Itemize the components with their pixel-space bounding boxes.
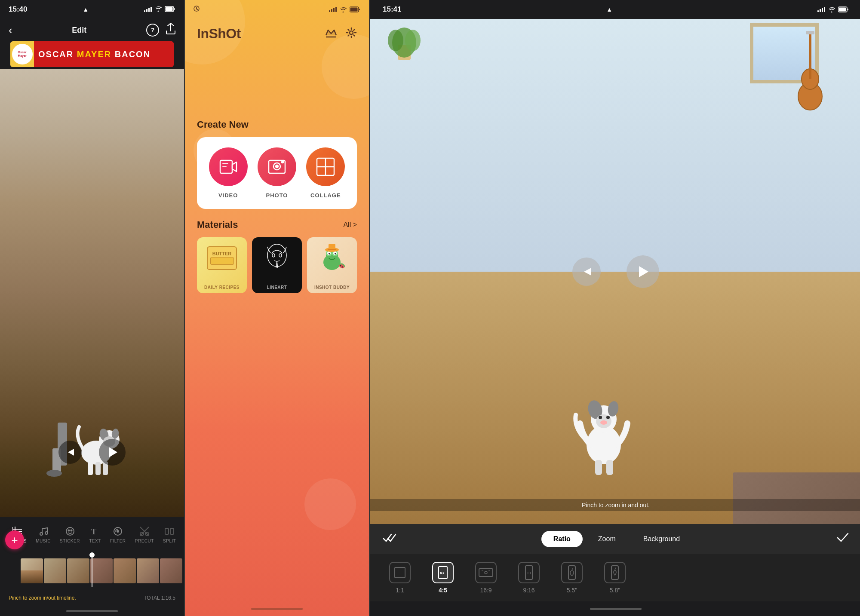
video-preview-1 xyxy=(0,69,184,517)
back-button[interactable]: ‹ xyxy=(9,24,12,37)
svg-point-45 xyxy=(272,254,275,257)
ratio-icon-16-9 xyxy=(475,562,497,583)
header-icons xyxy=(325,27,357,41)
signal-bars-1 xyxy=(144,7,152,12)
signal-bar-2 xyxy=(146,9,147,12)
home-indicator-3 xyxy=(370,601,860,616)
sb-1 xyxy=(817,10,819,12)
signal-bar-1 xyxy=(144,10,145,12)
ratio-icon-9-16: TT xyxy=(518,562,540,583)
split-icon xyxy=(164,526,175,537)
zoom-tab[interactable]: Zoom xyxy=(586,531,628,547)
ratio-1-1-svg xyxy=(392,565,408,580)
buddy-svg xyxy=(317,243,347,273)
ratio-option-16-9[interactable]: 16:9 xyxy=(469,562,503,594)
double-check-svg xyxy=(383,533,396,543)
svg-rect-61 xyxy=(839,8,846,12)
svg-rect-80 xyxy=(395,567,405,578)
play-icon-3 xyxy=(636,264,650,279)
svg-point-18 xyxy=(40,533,43,535)
skip-back-button-3[interactable] xyxy=(572,257,601,286)
play-button[interactable] xyxy=(99,439,126,466)
settings-icon[interactable] xyxy=(346,27,357,41)
confirm-button[interactable] xyxy=(837,533,849,546)
share-button[interactable] xyxy=(166,23,175,37)
svg-point-77 xyxy=(600,420,607,425)
timeline-playhead xyxy=(92,555,92,587)
signal-bars-2 xyxy=(329,7,337,12)
battery-icon-3 xyxy=(838,6,849,12)
ratio-option-9-16[interactable]: TT 9:16 xyxy=(512,562,546,594)
timeline-thumb-6 xyxy=(137,558,159,583)
create-collage-item[interactable]: COLLAGE xyxy=(306,147,345,199)
ratio-options: 1:1 IG 4:5 16:9 xyxy=(370,554,860,601)
precut-icon xyxy=(139,526,150,537)
svg-text:T: T xyxy=(91,527,96,536)
ratio-tab[interactable]: Ratio xyxy=(541,531,583,547)
battery-icon-1 xyxy=(165,6,175,13)
toolbar-row: CANVAS MUSIC STICKER T T xyxy=(0,517,184,552)
play-icon xyxy=(109,447,117,457)
svg-rect-78 xyxy=(595,460,602,475)
toolbar-item-sticker[interactable]: STICKER xyxy=(60,526,80,543)
material-inshot-buddy[interactable]: INSHOT BUDDY xyxy=(307,237,357,293)
video-controls-3 xyxy=(572,255,659,288)
create-new-label: Create New xyxy=(197,119,357,130)
bar-c xyxy=(333,8,335,12)
svg-rect-1 xyxy=(166,7,173,11)
signal-bar-4 xyxy=(150,7,152,12)
double-check-icon[interactable] xyxy=(383,533,396,546)
page-title-1: Edit xyxy=(72,26,86,35)
skip-back-button[interactable] xyxy=(58,441,82,464)
toolbar-item-precut[interactable]: PRECUT xyxy=(135,526,154,543)
nav-actions-1: ? xyxy=(146,23,175,37)
timeline-thumb-1 xyxy=(21,558,43,583)
rug xyxy=(733,472,860,524)
signal-bars-3 xyxy=(817,7,825,12)
ad-main-text: OSCAR MAYER BACON xyxy=(38,49,150,59)
svg-rect-88 xyxy=(611,566,618,579)
svg-rect-87 xyxy=(568,566,575,579)
timeline-thumb-3 xyxy=(67,558,89,583)
ratio-option-5-5[interactable]: 5.5" xyxy=(555,562,589,594)
status-icons-1 xyxy=(144,6,175,13)
toolbar-item-text[interactable]: T TEXT xyxy=(89,526,101,543)
ratio-option-1-1[interactable]: 1:1 xyxy=(383,562,417,594)
photo-circle xyxy=(258,147,296,186)
crown-icon[interactable] xyxy=(325,28,337,40)
svg-point-68 xyxy=(388,30,403,51)
play-button-3[interactable] xyxy=(627,255,659,288)
svg-point-33 xyxy=(350,31,353,34)
help-button[interactable]: ? xyxy=(146,24,159,37)
add-button[interactable]: + xyxy=(5,530,24,549)
background-tab[interactable]: Background xyxy=(631,531,692,547)
wifi-icon-2 xyxy=(339,7,347,12)
filter-icon xyxy=(112,526,123,537)
material-daily-recipes[interactable]: BUTTER DAILY RECIPES xyxy=(197,237,247,293)
toolbar-item-filter[interactable]: FILTER xyxy=(110,526,126,543)
ad-banner[interactable]: OscarMayer OSCAR MAYER BACON xyxy=(10,41,174,67)
toolbar-item-split[interactable]: SPLIT xyxy=(163,526,176,543)
ratio-tabs: Ratio Zoom Background xyxy=(541,531,692,547)
material-lineart[interactable]: LINEART xyxy=(252,237,302,293)
inshot-header: InShOt xyxy=(185,19,369,50)
all-materials-link[interactable]: All > xyxy=(343,221,357,229)
status-bar-2 xyxy=(185,0,369,19)
create-video-item[interactable]: VIDEO xyxy=(209,147,248,199)
collage-icon xyxy=(316,157,335,177)
create-new-section: Create New VIDEO xyxy=(185,119,369,209)
pinch-hint: Pinch to zoom in and out. xyxy=(370,499,860,511)
ratio-option-5-8[interactable]: 5.8" xyxy=(598,562,632,594)
music-icon xyxy=(38,526,49,537)
svg-rect-64 xyxy=(809,32,811,79)
signal-bar-3 xyxy=(148,8,150,12)
top-nav-1: ‹ Edit ? xyxy=(0,19,184,41)
collage-label: COLLAGE xyxy=(310,192,341,199)
create-photo-item[interactable]: PHOTO xyxy=(258,147,296,199)
timeline-area[interactable] xyxy=(0,552,184,590)
ratio-option-4-5[interactable]: IG 4:5 xyxy=(426,562,460,594)
check-svg xyxy=(837,533,849,543)
toolbar-item-music[interactable]: MUSIC xyxy=(36,526,51,543)
svg-point-22 xyxy=(71,530,72,531)
status-bar-1: 15:40 ▲ xyxy=(0,0,184,19)
